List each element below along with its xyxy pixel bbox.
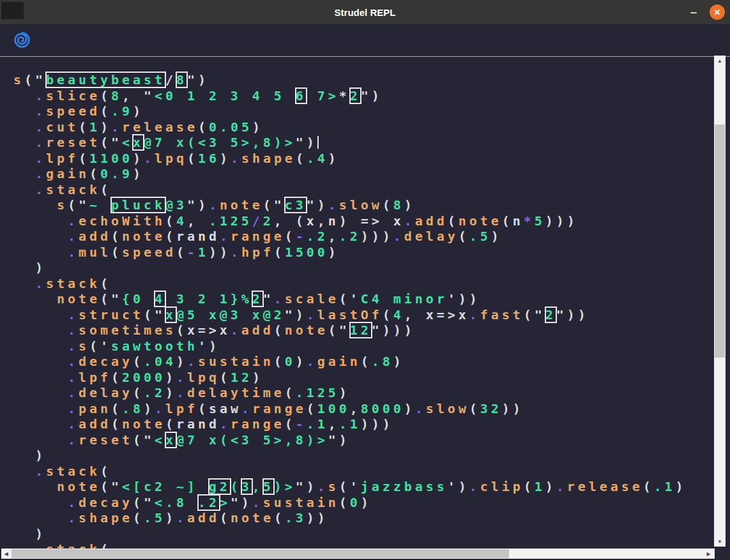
code-token: ( — [176, 245, 187, 260]
code-editor[interactable]: s("beautybeast/8") .slice(8, "<0 1 2 3 4… — [0, 56, 730, 549]
code-token: ( — [524, 479, 535, 494]
code-line[interactable]: .lpf(1100).lpq(16).shape(.4) — [13, 151, 687, 167]
code-token: <0 1 2 3 4 5 — [155, 88, 296, 103]
code-token: (rand — [165, 416, 220, 432]
code-token: ( — [285, 229, 296, 244]
code-line[interactable]: .sometimes(x=>x.add(note("12"))) — [13, 322, 687, 338]
code-line[interactable]: .pan(.8).lpf(saw.range(100,8000).slow(32… — [13, 401, 687, 417]
vertical-scrollbar-thumb[interactable] — [715, 125, 725, 358]
code-line[interactable]: .slice(8, "<0 1 2 3 4 5 6 7>*2") — [13, 88, 687, 104]
code-line[interactable]: .stack( — [13, 541, 687, 549]
code-line[interactable]: ) — [13, 448, 687, 464]
scroll-left-button[interactable]: ◀ — [1, 549, 11, 559]
code-line[interactable]: s("~ pluck@3").note("c3").slow(8) — [13, 197, 687, 213]
code-token: (' — [339, 479, 361, 494]
code-token: ')) — [448, 291, 480, 306]
code-token: " — [263, 291, 274, 306]
code-line[interactable]: .decay("<.8 .2>").sustain(0) — [13, 495, 687, 511]
code-token: ) — [176, 354, 187, 369]
scroll-down-button[interactable]: ▼ — [714, 536, 726, 547]
code-token: .4 — [307, 151, 328, 166]
code-token — [13, 182, 35, 197]
code-line[interactable]: .echoWith(4, .125/2, (x,n) => x.add(note… — [13, 213, 687, 229]
code-token: . — [231, 151, 241, 166]
code-line[interactable]: .reset("<x@7 x(<3 5>,8)>") — [13, 432, 687, 448]
horizontal-scrollbar-thumb[interactable] — [11, 549, 509, 558]
code-line[interactable]: ) — [13, 526, 687, 542]
close-button[interactable]: ✕ — [710, 4, 725, 20]
close-icon: ✕ — [714, 8, 721, 17]
code-token: delay — [404, 229, 459, 244]
code-token: . — [220, 416, 231, 432]
code-line[interactable]: .lpf(2000).lpq(12) — [13, 370, 687, 386]
code-line[interactable]: note("<[c2 ~] g2(3,5)>").s('jazzbass').c… — [13, 479, 687, 495]
code-token: mul — [79, 245, 111, 260]
code-line[interactable]: .cut(1).release(0.05) — [13, 119, 687, 135]
code-line[interactable]: .stack( — [13, 276, 687, 292]
code-token: (" — [100, 291, 122, 306]
code-token: 8 — [111, 88, 122, 103]
code-line[interactable]: .struct("x@5 x@3 x@2").lastOf(4, x=>x.fa… — [13, 307, 687, 323]
code-line[interactable]: .stack( — [13, 464, 687, 480]
code-token: (" — [100, 135, 122, 150]
code-line[interactable]: .stack( — [13, 182, 687, 198]
code-token: ( — [100, 88, 111, 103]
code-token: sometimes — [79, 322, 176, 338]
code-token: ))) — [545, 213, 578, 229]
code-token: ) — [491, 229, 502, 244]
vertical-scrollbar[interactable]: ▲ ▼ — [714, 56, 726, 547]
code-token: clip — [480, 479, 524, 494]
spiral-icon — [13, 31, 31, 49]
code-token: . — [68, 416, 79, 432]
code-token — [13, 401, 68, 416]
code-token: ) — [13, 448, 46, 463]
code-line[interactable]: .add(note(rand.range(-.2,.2))).delay(.5) — [13, 229, 687, 245]
code-line[interactable]: .decay(.04).sustain(0).gain(.8) — [13, 354, 687, 370]
minimize-button[interactable]: – — [688, 4, 699, 20]
code-line[interactable]: .speed(.9) — [13, 103, 687, 119]
code-token — [13, 213, 68, 229]
code-token: . — [68, 307, 79, 322]
code-token: ( — [79, 119, 89, 135]
code-token: 7> — [307, 88, 339, 103]
highlighted-token: g2 — [209, 479, 231, 494]
code-line[interactable]: .delay(.2).delaytime(.125) — [13, 385, 687, 401]
code-line[interactable]: .shape(.5).add(note(.3)) — [13, 510, 687, 526]
horizontal-scrollbar[interactable]: ◀ ▶ — [1, 549, 715, 559]
code-token: ))) — [361, 229, 393, 244]
code-token — [13, 135, 35, 150]
code-token: . — [252, 495, 263, 510]
code-line[interactable]: .gain(0.9) — [13, 166, 687, 182]
code-line[interactable]: .mul(speed(-1)).hpf(1500) — [13, 245, 687, 261]
scroll-right-button[interactable]: ▶ — [704, 549, 713, 559]
code-token: ) — [165, 510, 176, 526]
code-token: ) — [252, 119, 263, 135]
code-line[interactable]: .add(note(rand.range(-.1,.1))) — [13, 416, 687, 432]
code-line[interactable]: note("{0 4 3 2 1}%2".scale('C4 minor')) — [13, 291, 687, 307]
code-line[interactable]: s("beautybeast/8") — [13, 72, 687, 88]
scroll-up-button[interactable]: ▲ — [714, 56, 726, 66]
code-token: 4 — [393, 307, 404, 322]
code-token — [13, 276, 35, 291]
code-token: ( — [198, 119, 209, 135]
code-token: stack — [46, 182, 100, 197]
code-token: ( — [383, 197, 393, 213]
code-token — [13, 354, 68, 369]
code-token: (" — [263, 197, 285, 213]
code-token: (x=>x — [176, 322, 231, 338]
code-token: . — [231, 322, 241, 338]
code-token: slow — [426, 401, 469, 416]
strudel-spiral-logo-icon[interactable] — [13, 31, 31, 49]
code-token: speed — [122, 245, 176, 260]
highlighted-token: 6 — [296, 88, 307, 103]
code-token: shape — [241, 151, 296, 166]
code-token: sawtooth — [111, 338, 198, 354]
code-token: note — [231, 510, 274, 526]
code-token: s — [328, 479, 339, 494]
code-line[interactable]: .s('sawtooth') — [13, 338, 687, 354]
code-line[interactable]: .reset("<x@7 x(<3 5>,8)>") — [13, 135, 687, 151]
code-line[interactable]: ) — [13, 260, 687, 276]
code-token: . — [68, 385, 79, 400]
code-token: ( — [133, 510, 144, 526]
code-token: speed — [46, 103, 100, 119]
